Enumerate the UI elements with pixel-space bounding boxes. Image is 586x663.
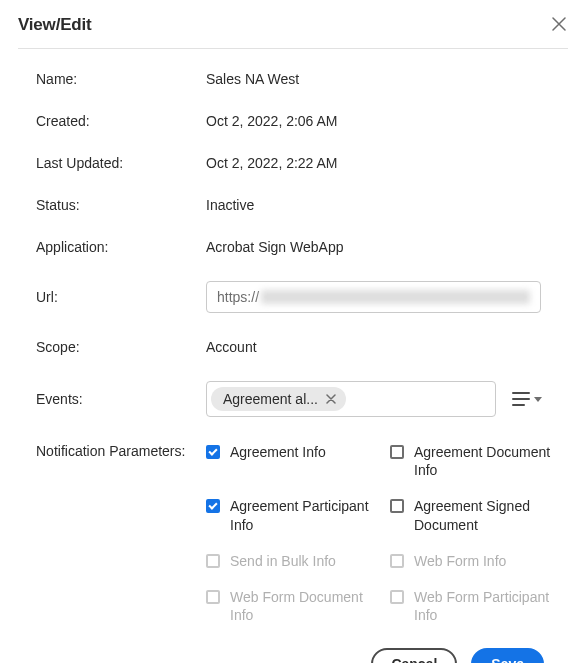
checkbox-agreement-doc-info[interactable]: Agreement Document Info [390,443,554,479]
name-value: Sales NA West [206,71,554,87]
dialog-footer: Cancel Save [36,624,554,663]
dialog-title: View/Edit [18,15,91,35]
checkbox-label: Web Form Document Info [230,588,370,624]
checkbox-label: Web Form Participant Info [414,588,554,624]
created-label: Created: [36,113,206,129]
status-label: Status: [36,197,206,213]
events-label: Events: [36,391,206,407]
application-value: Acrobat Sign WebApp [206,239,554,255]
status-value: Inactive [206,197,554,213]
checkbox-label: Agreement Info [230,443,326,461]
checkbox-agreement-info[interactable]: Agreement Info [206,443,370,479]
remove-tag-icon[interactable] [326,392,336,407]
scope-value: Account [206,339,554,355]
events-list-toggle[interactable] [512,392,542,406]
url-input[interactable]: https:// [206,281,541,313]
checkbox-icon [390,554,404,568]
close-icon[interactable] [550,14,568,36]
checkbox-icon [390,499,404,513]
cancel-button[interactable]: Cancel [371,648,457,663]
checkbox-agreement-signed-doc[interactable]: Agreement Signed Document [390,497,554,533]
checkbox-icon [206,499,220,513]
checkbox-web-form-doc-info: Web Form Document Info [206,588,370,624]
checkbox-icon [206,554,220,568]
checkbox-web-form-participant-info: Web Form Participant Info [390,588,554,624]
checkbox-label: Agreement Participant Info [230,497,370,533]
checkbox-icon [390,445,404,459]
last-updated-label: Last Updated: [36,155,206,171]
checkbox-web-form-info: Web Form Info [390,552,554,570]
notification-params-grid: Agreement Info Agreement Document Info A… [206,443,554,624]
save-button[interactable]: Save [471,648,544,663]
chevron-down-icon [534,397,542,402]
created-value: Oct 2, 2022, 2:06 AM [206,113,554,129]
checkbox-label: Web Form Info [414,552,506,570]
checkbox-icon [206,590,220,604]
checkbox-send-in-bulk-info: Send in Bulk Info [206,552,370,570]
url-redacted [261,290,530,304]
dialog-header: View/Edit [18,14,568,49]
url-label: Url: [36,289,206,305]
checkbox-label: Send in Bulk Info [230,552,336,570]
notification-params-label: Notification Parameters: [36,443,206,459]
application-label: Application: [36,239,206,255]
url-prefix: https:// [217,289,259,305]
view-edit-dialog: View/Edit Name: Sales NA West Created: O… [0,0,586,663]
scope-label: Scope: [36,339,206,355]
last-updated-value: Oct 2, 2022, 2:22 AM [206,155,554,171]
dialog-body: Name: Sales NA West Created: Oct 2, 2022… [18,49,568,663]
event-tag-label: Agreement al... [223,391,318,407]
name-label: Name: [36,71,206,87]
event-tag: Agreement al... [211,387,346,411]
list-icon [512,392,530,406]
events-input[interactable]: Agreement al... [206,381,496,417]
checkbox-label: Agreement Document Info [414,443,554,479]
checkbox-label: Agreement Signed Document [414,497,554,533]
checkbox-icon [390,590,404,604]
checkbox-icon [206,445,220,459]
checkbox-agreement-participant-info[interactable]: Agreement Participant Info [206,497,370,533]
